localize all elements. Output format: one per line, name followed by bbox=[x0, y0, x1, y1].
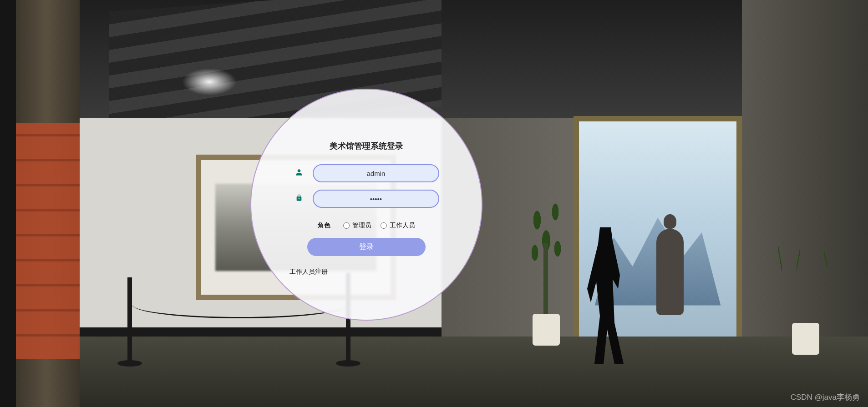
password-input[interactable] bbox=[313, 190, 439, 208]
login-title: 美术馆管理系统登录 bbox=[330, 141, 403, 151]
role-radio-staff[interactable] bbox=[381, 222, 387, 229]
watermark-text: CSDN @java李杨勇 bbox=[791, 392, 860, 402]
role-option-admin-label: 管理员 bbox=[352, 221, 371, 230]
lock-icon bbox=[294, 194, 305, 203]
password-row bbox=[294, 190, 439, 208]
role-option-staff[interactable]: 工作人员 bbox=[381, 221, 415, 230]
username-row bbox=[294, 164, 439, 182]
staff-register-link[interactable]: 工作人员注册 bbox=[289, 268, 328, 276]
username-input[interactable] bbox=[313, 164, 439, 182]
role-radio-admin[interactable] bbox=[343, 222, 350, 229]
role-selector: 角色 管理员 工作人员 bbox=[318, 221, 415, 230]
role-option-admin[interactable]: 管理员 bbox=[343, 221, 371, 230]
login-panel: 美术馆管理系统登录 角色 管理员 工作人员 登录 工作人员注册 bbox=[250, 89, 482, 321]
user-icon bbox=[294, 169, 305, 178]
login-button[interactable]: 登录 bbox=[307, 238, 426, 256]
role-option-staff-label: 工作人员 bbox=[390, 221, 415, 230]
role-label: 角色 bbox=[318, 221, 330, 230]
